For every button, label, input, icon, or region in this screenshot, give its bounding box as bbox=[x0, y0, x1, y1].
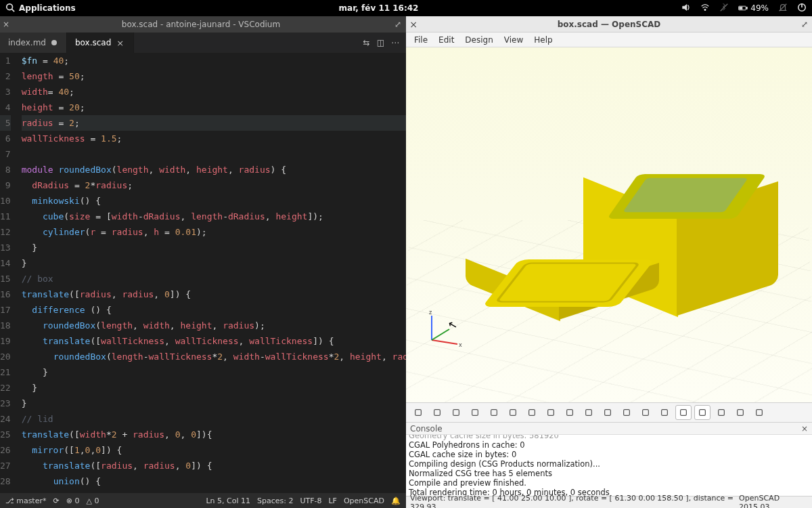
console-output[interactable]: Geometry cache size in bytes: 581920CGAL… bbox=[406, 435, 812, 496]
tab-box-scad[interactable]: box.scad × bbox=[67, 33, 134, 53]
perspective-icon[interactable] bbox=[675, 405, 692, 420]
errors[interactable]: ⊗ 0 bbox=[66, 496, 80, 505]
code-line[interactable]: translate([radius, radius, 0]) { bbox=[22, 458, 406, 473]
split-editor-icon[interactable]: ◫ bbox=[377, 38, 384, 47]
viewport-3d[interactable]: z x ↖ bbox=[406, 47, 812, 402]
code-line[interactable]: roundedBox(length, width, height, radius… bbox=[22, 318, 406, 333]
menu-file[interactable]: File bbox=[410, 34, 432, 46]
diag-icon[interactable] bbox=[637, 405, 654, 420]
center-icon[interactable] bbox=[656, 405, 673, 420]
battery-icon[interactable]: 49% bbox=[738, 3, 769, 13]
line-number: 1 bbox=[0, 53, 11, 68]
zoom-out-icon[interactable] bbox=[486, 405, 502, 420]
code-line[interactable] bbox=[22, 146, 406, 162]
svg-text:z: z bbox=[429, 310, 432, 316]
code-editor[interactable]: 1234567891011121314151617181920212223242… bbox=[0, 53, 406, 493]
maximize-icon[interactable]: ⤢ bbox=[390, 20, 406, 29]
close-tab-icon[interactable]: × bbox=[116, 38, 124, 48]
code-line[interactable]: } bbox=[22, 364, 406, 380]
bluetooth-off-icon[interactable] bbox=[719, 3, 729, 14]
front-icon[interactable] bbox=[600, 405, 616, 420]
back-icon[interactable] bbox=[618, 405, 635, 420]
code-line[interactable]: length = 50; bbox=[22, 68, 406, 84]
close-icon[interactable]: × bbox=[0, 20, 12, 29]
git-branch[interactable]: ⎇ master* bbox=[5, 496, 46, 505]
vscodium-titlebar[interactable]: × box.scad - antoine-jaunard - VSCodium … bbox=[0, 16, 406, 33]
code-line[interactable]: } bbox=[22, 240, 406, 255]
preview-icon[interactable] bbox=[410, 405, 426, 420]
applications-menu[interactable]: Applications bbox=[19, 3, 76, 13]
svg-rect-31 bbox=[719, 410, 725, 416]
eol[interactable]: LF bbox=[328, 496, 336, 505]
code-line[interactable]: } bbox=[22, 255, 406, 271]
code-line[interactable]: // box bbox=[22, 271, 406, 287]
code-line[interactable]: width= 40; bbox=[22, 84, 406, 100]
notifications-off-icon[interactable] bbox=[778, 3, 788, 14]
code-line[interactable]: union() { bbox=[22, 473, 406, 489]
code-line[interactable]: wallTickness = 1.5; bbox=[22, 131, 406, 146]
ortho-icon[interactable] bbox=[694, 405, 710, 420]
maximize-icon[interactable]: ⤢ bbox=[797, 20, 812, 29]
indentation[interactable]: Spaces: 2 bbox=[257, 496, 293, 505]
power-icon[interactable] bbox=[797, 3, 807, 14]
compare-icon[interactable]: ⇆ bbox=[363, 38, 370, 47]
view-all-icon[interactable] bbox=[448, 405, 464, 420]
axes-icon[interactable] bbox=[713, 405, 729, 420]
menu-edit[interactable]: Edit bbox=[434, 34, 458, 46]
code-line[interactable]: roundedBox(length-wallTickness*2, width-… bbox=[22, 349, 406, 364]
line-number: 19 bbox=[0, 333, 11, 349]
more-actions-icon[interactable]: ⋯ bbox=[391, 38, 399, 47]
left-icon[interactable] bbox=[581, 405, 597, 420]
code-line[interactable]: } bbox=[22, 380, 406, 396]
close-icon[interactable]: × bbox=[406, 19, 421, 30]
reset-view-icon[interactable] bbox=[505, 405, 521, 420]
render-icon[interactable] bbox=[429, 405, 445, 420]
code-line[interactable]: radius = 2; bbox=[22, 115, 406, 131]
wire-icon[interactable] bbox=[732, 405, 748, 420]
code-line[interactable]: dRadius = 2*radius; bbox=[22, 177, 406, 193]
line-number: 16 bbox=[0, 287, 11, 302]
top-icon[interactable] bbox=[543, 405, 559, 420]
code-line[interactable]: translate([wallTickness, wallTickness, w… bbox=[22, 333, 406, 349]
sync-icon[interactable]: ⟳ bbox=[53, 496, 59, 505]
bell-icon[interactable]: 🔔 bbox=[391, 496, 401, 505]
surface-icon[interactable] bbox=[751, 405, 767, 420]
svg-rect-30 bbox=[700, 410, 706, 416]
menu-design[interactable]: Design bbox=[461, 34, 497, 46]
cursor-position[interactable]: Ln 5, Col 11 bbox=[206, 496, 250, 505]
code-line[interactable]: // lid bbox=[22, 411, 406, 427]
line-number: 25 bbox=[0, 427, 11, 442]
code-line[interactable]: minkowski() { bbox=[22, 193, 406, 209]
line-number: 8 bbox=[0, 162, 11, 177]
svg-text:x: x bbox=[459, 342, 462, 348]
menu-help[interactable]: Help bbox=[530, 34, 556, 46]
menu-view[interactable]: View bbox=[500, 34, 527, 46]
warnings[interactable]: △ 0 bbox=[86, 496, 99, 505]
code-line[interactable]: mirror([1,0,0]) { bbox=[22, 442, 406, 458]
openscad-titlebar[interactable]: × box.scad — OpenSCAD ⤢ bbox=[406, 16, 812, 33]
code-line[interactable]: cylinder(r = radius, h = 0.01); bbox=[22, 224, 406, 240]
bottom-icon[interactable] bbox=[562, 405, 578, 420]
close-console-icon[interactable]: × bbox=[801, 424, 808, 433]
code-line[interactable]: cube(size = [width-dRadius, length-dRadi… bbox=[22, 209, 406, 224]
code-line[interactable]: height = 20; bbox=[22, 100, 406, 115]
svg-rect-26 bbox=[624, 410, 630, 416]
volume-icon[interactable] bbox=[681, 3, 691, 14]
line-number: 23 bbox=[0, 396, 11, 411]
encoding[interactable]: UTF-8 bbox=[300, 496, 321, 505]
zoom-in-icon[interactable] bbox=[467, 405, 483, 420]
code-line[interactable]: difference () { bbox=[22, 302, 406, 318]
search-icon[interactable] bbox=[5, 3, 15, 14]
wifi-icon[interactable] bbox=[700, 3, 710, 14]
svg-line-12 bbox=[432, 329, 449, 340]
tab-index-md[interactable]: index.md bbox=[0, 33, 67, 53]
code-line[interactable]: $fn = 40; bbox=[22, 53, 406, 68]
right-icon[interactable] bbox=[524, 405, 540, 420]
code-line[interactable]: } bbox=[22, 396, 406, 411]
code-line[interactable]: translate([radius, radius, 0]) { bbox=[22, 287, 406, 302]
code-line[interactable]: module roundedBox(length, width, height,… bbox=[22, 162, 406, 177]
clock[interactable]: mar, fév 11 16:42 bbox=[76, 3, 682, 13]
line-number: 4 bbox=[0, 100, 11, 115]
language-mode[interactable]: OpenSCAD bbox=[344, 496, 384, 505]
code-line[interactable]: translate([width*2 + radius, 0, 0]){ bbox=[22, 427, 406, 442]
